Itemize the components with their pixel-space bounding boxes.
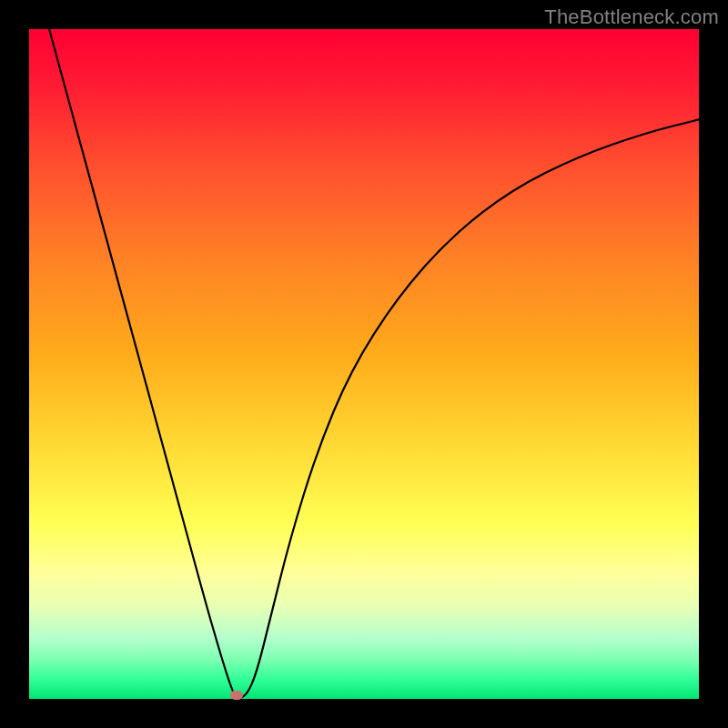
bottleneck-curve xyxy=(49,29,699,698)
plot-area xyxy=(29,29,699,699)
watermark-text: TheBottleneck.com xyxy=(544,5,719,29)
optimum-marker xyxy=(230,691,243,700)
chart-frame: TheBottleneck.com xyxy=(0,0,728,728)
curve-svg xyxy=(29,29,699,699)
